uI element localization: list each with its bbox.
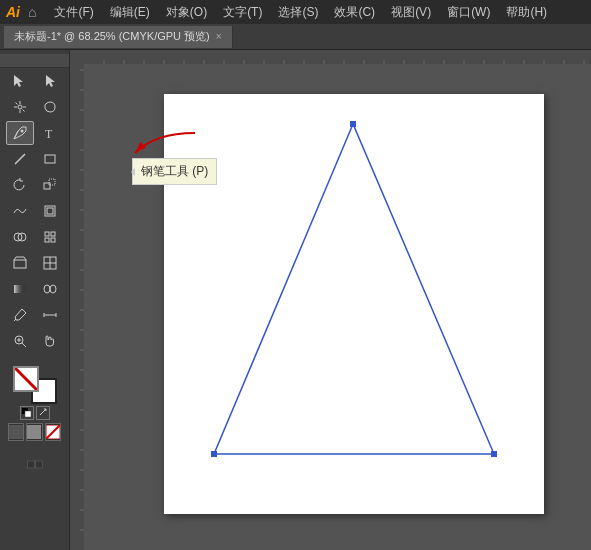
svg-rect-21 xyxy=(51,232,55,236)
default-colors-button[interactable] xyxy=(20,406,34,420)
svg-rect-24 xyxy=(14,260,26,268)
fill-mode-button[interactable] xyxy=(8,423,24,441)
svg-rect-31 xyxy=(14,285,26,293)
type-tool-button[interactable]: T xyxy=(36,121,64,145)
perspective-tool-button[interactable] xyxy=(6,251,34,275)
menu-view[interactable]: 视图(V) xyxy=(383,2,439,23)
menu-text[interactable]: 文字(T) xyxy=(215,2,270,23)
svg-point-9 xyxy=(20,130,23,133)
svg-point-8 xyxy=(18,105,22,109)
svg-rect-77 xyxy=(84,50,591,64)
svg-rect-13 xyxy=(45,155,55,163)
menu-effect[interactable]: 效果(C) xyxy=(326,2,383,23)
tab-label: 未标题-1* @ 68.25% (CMYK/GPU 预览) xyxy=(14,29,210,44)
main-area: T xyxy=(0,50,591,550)
svg-rect-14 xyxy=(44,183,50,189)
artboard-section xyxy=(0,449,69,481)
menu-file[interactable]: 文件(F) xyxy=(46,2,101,23)
color-swatch-area xyxy=(0,362,69,445)
app-logo: Ai xyxy=(6,4,20,20)
select-tool-button[interactable] xyxy=(6,69,34,93)
svg-rect-105 xyxy=(211,451,217,457)
svg-rect-50 xyxy=(27,461,34,468)
svg-rect-52 xyxy=(70,50,84,550)
triangle-svg xyxy=(164,94,544,514)
horizontal-ruler xyxy=(84,50,591,64)
hand-tool-button[interactable] xyxy=(36,329,64,353)
measure-tool-button[interactable] xyxy=(36,303,64,327)
svg-rect-23 xyxy=(51,238,55,242)
home-icon[interactable]: ⌂ xyxy=(28,4,36,20)
warp-tool-button[interactable] xyxy=(6,199,34,223)
document-tab[interactable]: 未标题-1* @ 68.25% (CMYK/GPU 预览) × xyxy=(4,26,233,48)
artboard xyxy=(164,94,544,514)
toolbar: T xyxy=(0,50,70,550)
svg-marker-1 xyxy=(46,75,55,87)
svg-rect-106 xyxy=(491,451,497,457)
rotate-tool-button[interactable] xyxy=(6,173,34,197)
artboard-button[interactable] xyxy=(13,453,57,477)
zoom-tool-button[interactable] xyxy=(6,329,34,353)
stroke-mode-button[interactable] xyxy=(26,423,42,441)
svg-rect-20 xyxy=(45,232,49,236)
vertical-ruler xyxy=(70,50,84,550)
svg-rect-51 xyxy=(35,461,42,468)
tool-row-7 xyxy=(0,250,69,276)
lasso-tool-button[interactable] xyxy=(36,95,64,119)
svg-line-34 xyxy=(14,319,16,321)
tool-row-9 xyxy=(0,302,69,328)
canvas-area: 钢笔工具 (P) xyxy=(70,50,591,550)
foreground-color-swatch[interactable] xyxy=(13,366,39,392)
color-swap-row xyxy=(8,406,61,420)
menu-select[interactable]: 选择(S) xyxy=(270,2,326,23)
pen-tool-button[interactable] xyxy=(6,121,34,145)
swap-colors-button[interactable] xyxy=(36,406,50,420)
menu-window[interactable]: 窗口(W) xyxy=(439,2,498,23)
color-mode-row xyxy=(8,423,61,441)
svg-marker-103 xyxy=(214,124,494,454)
tool-row-3 xyxy=(0,146,69,172)
svg-rect-22 xyxy=(45,238,49,242)
menu-bar: Ai ⌂ 文件(F) 编辑(E) 对象(O) 文字(T) 选择(S) 效果(C)… xyxy=(0,0,591,24)
tool-row-1 xyxy=(0,68,69,94)
direct-select-tool-button[interactable] xyxy=(36,69,64,93)
line-tool-button[interactable] xyxy=(6,147,34,171)
menu-object[interactable]: 对象(O) xyxy=(158,2,215,23)
svg-rect-17 xyxy=(47,208,53,214)
toolbar-ruler xyxy=(0,54,69,68)
svg-rect-104 xyxy=(350,121,356,127)
tool-row-pen: T xyxy=(0,120,69,146)
svg-line-39 xyxy=(22,343,26,347)
mesh-tool-button[interactable] xyxy=(36,251,64,275)
tab-bar: 未标题-1* @ 68.25% (CMYK/GPU 预览) × xyxy=(0,24,591,50)
svg-line-7 xyxy=(22,110,24,112)
svg-point-32 xyxy=(44,285,50,293)
none-mode-button[interactable] xyxy=(45,423,61,441)
tab-close-button[interactable]: × xyxy=(216,31,222,42)
svg-line-12 xyxy=(15,154,25,164)
live-paint-button[interactable] xyxy=(36,225,64,249)
free-transform-button[interactable] xyxy=(36,199,64,223)
svg-rect-47 xyxy=(27,425,41,439)
menu-edit[interactable]: 编辑(E) xyxy=(102,2,158,23)
menu-help[interactable]: 帮助(H) xyxy=(498,2,555,23)
svg-text:T: T xyxy=(45,127,53,141)
shape-builder-button[interactable] xyxy=(6,225,34,249)
blend-tool-button[interactable] xyxy=(36,277,64,301)
tool-row-8 xyxy=(0,276,69,302)
magic-wand-tool-button[interactable] xyxy=(6,95,34,119)
eyedropper-tool-button[interactable] xyxy=(6,303,34,327)
svg-point-33 xyxy=(50,285,56,293)
canvas-content xyxy=(84,64,591,550)
tool-row-2 xyxy=(0,94,69,120)
svg-rect-46 xyxy=(9,425,23,439)
svg-rect-45 xyxy=(25,411,31,417)
color-swatches xyxy=(13,366,57,404)
tool-row-6 xyxy=(0,224,69,250)
tool-row-10 xyxy=(0,328,69,354)
gradient-tool-button[interactable] xyxy=(6,277,34,301)
scale-tool-button[interactable] xyxy=(36,173,64,197)
tool-row-5 xyxy=(0,198,69,224)
rect-tool-button[interactable] xyxy=(36,147,64,171)
tool-row-4 xyxy=(0,172,69,198)
